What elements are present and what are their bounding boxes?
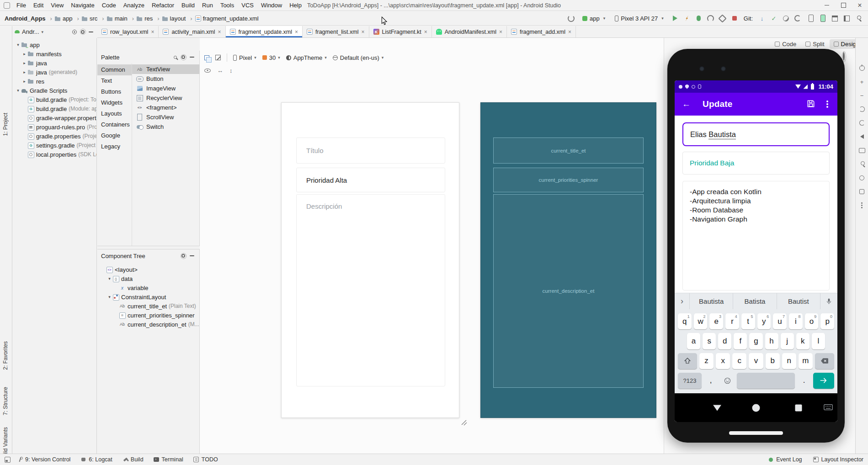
expand-chevron-icon[interactable]: ▾ — [107, 276, 112, 281]
palette-category[interactable]: Containers — [97, 119, 132, 130]
hide-panel-icon[interactable] — [190, 57, 194, 58]
expand-chevron-icon[interactable]: ▾ — [15, 42, 21, 47]
letter-key[interactable]: a — [687, 333, 700, 349]
comma-key[interactable]: , — [704, 373, 718, 389]
period-key[interactable]: . — [797, 373, 811, 389]
status-bar-button[interactable]: Terminal — [154, 456, 183, 463]
editor-mode-button[interactable]: Code — [771, 39, 800, 49]
letter-key[interactable]: 1 q — [678, 313, 692, 329]
enter-key[interactable] — [813, 373, 834, 389]
title-input[interactable]: Elias Bautista — [682, 122, 830, 146]
home-nav-icon[interactable] — [752, 404, 760, 412]
letter-key[interactable]: d — [718, 333, 731, 349]
project-tree-item[interactable]: settings.gradle (Project S... — [12, 141, 96, 150]
toolbar-tool-icon[interactable] — [806, 13, 816, 23]
suggestion-chip[interactable]: Bautista — [689, 293, 733, 309]
editor-tab[interactable]: fragment_update.xml — [226, 26, 303, 37]
letter-key[interactable]: z — [699, 353, 714, 369]
letter-key[interactable]: s — [703, 333, 716, 349]
palette-item[interactable]: Button — [132, 74, 199, 84]
palette-category[interactable]: Google — [97, 130, 132, 141]
priority-spinner[interactable]: Prioridad Baja — [682, 152, 830, 174]
project-tree-item[interactable]: ▾ Gradle Scripts — [12, 86, 96, 95]
minimize-button[interactable] — [819, 0, 835, 11]
toolbar-action-icon[interactable] — [682, 13, 692, 23]
letter-key[interactable]: f — [734, 333, 747, 349]
editor-tab[interactable]: row_layout.xml — [97, 26, 159, 37]
menu-item[interactable]: Edit — [30, 0, 47, 11]
horizontal-constraint-icon[interactable]: ↔ — [217, 67, 223, 74]
api-level-select[interactable]: 30 — [262, 54, 280, 61]
overflow-menu-icon[interactable] — [826, 103, 828, 105]
menu-item[interactable]: Build — [178, 0, 198, 11]
design-blueprint-toggle-icon[interactable] — [204, 55, 209, 60]
expand-chevron-icon[interactable]: ▾ — [15, 88, 21, 93]
letter-key[interactable]: 5 t — [741, 313, 755, 329]
gear-icon[interactable] — [81, 30, 85, 34]
emulator-settings-gear-icon[interactable] — [843, 53, 845, 60]
menu-item[interactable]: Navigate — [67, 0, 98, 11]
sync-project-icon[interactable] — [566, 13, 576, 23]
git-action-icon[interactable] — [757, 13, 767, 23]
expand-chevron-icon[interactable]: ▸ — [21, 61, 27, 65]
emulator-control-icon[interactable] — [858, 147, 866, 154]
backspace-key[interactable] — [815, 353, 834, 369]
emulator-control-icon[interactable] — [858, 106, 866, 113]
gear-icon[interactable] — [181, 254, 185, 258]
component-tree-item[interactable]: current_title_et (Plain Text) — [97, 301, 199, 311]
run-config-select[interactable]: app — [579, 14, 608, 23]
save-icon[interactable] — [806, 99, 815, 110]
menu-item[interactable]: View — [47, 0, 67, 11]
theme-select[interactable]: AppTheme — [286, 54, 327, 61]
letter-key[interactable]: 9 o — [805, 313, 819, 329]
letter-key[interactable]: k — [796, 333, 809, 349]
priority-spinner-widget[interactable]: Prioridad Alta — [296, 168, 445, 192]
letter-key[interactable]: 6 y — [757, 313, 771, 329]
device-select[interactable]: Pixel 3 API 27 — [612, 14, 666, 23]
description-edittext-widget[interactable]: Descripción — [296, 194, 445, 386]
breadcrumb-item[interactable]: fragment_update.xml — [195, 15, 259, 22]
search-icon[interactable] — [174, 56, 177, 59]
letter-key[interactable]: g — [749, 333, 762, 349]
close-icon[interactable] — [362, 29, 365, 35]
space-key[interactable] — [737, 373, 795, 389]
emulator-control-icon[interactable] — [858, 64, 866, 72]
blueprint-description-box[interactable]: current_description_et — [493, 194, 644, 388]
component-tree-item[interactable]: variable — [97, 283, 199, 292]
component-tree-item[interactable]: ▾ data — [97, 274, 199, 283]
close-icon[interactable] — [568, 29, 571, 35]
breadcrumb-item[interactable]: app — [55, 15, 82, 22]
description-input[interactable]: -App creada con Kotlin-Arquitectura limp… — [682, 181, 830, 291]
menu-item[interactable]: Code — [98, 0, 120, 11]
close-icon[interactable] — [295, 29, 298, 35]
palette-category[interactable]: Common — [97, 64, 132, 75]
emulator-control-icon[interactable] — [858, 133, 866, 140]
close-icon[interactable] — [218, 29, 221, 35]
letter-key[interactable]: 2 w — [694, 313, 708, 329]
project-tree-item[interactable]: ▸ manifests — [12, 49, 96, 58]
component-tree-item[interactable]: current_description_et (M... — [97, 320, 199, 329]
breadcrumb-item[interactable]: main — [107, 15, 137, 22]
menu-item[interactable]: Analyze — [120, 0, 148, 11]
status-bar-button[interactable]: Layout Inspector — [813, 456, 863, 463]
hide-panel-icon[interactable] — [190, 255, 194, 256]
blueprint-title-box[interactable]: current_title_et — [493, 137, 644, 164]
close-icon[interactable] — [151, 29, 154, 35]
view-options-icon[interactable] — [204, 69, 211, 73]
menu-item[interactable]: Tools — [217, 0, 238, 11]
letter-key[interactable]: n — [782, 353, 796, 369]
git-action-icon[interactable] — [781, 13, 791, 23]
palette-category[interactable]: Text — [97, 75, 132, 86]
toolbar-action-icon[interactable] — [706, 13, 716, 23]
expand-chevron-icon[interactable]: ▸ — [21, 52, 27, 56]
maximize-button[interactable] — [835, 0, 852, 11]
emulator-control-icon[interactable] — [858, 188, 866, 195]
toolbar-tool-icon[interactable] — [841, 13, 852, 23]
project-tree-item[interactable]: ▾ app — [12, 40, 96, 49]
toolbar-action-icon[interactable] — [730, 13, 740, 23]
back-nav-icon[interactable] — [713, 405, 721, 411]
project-tree-item[interactable]: local.properties (SDK Loc... — [12, 150, 96, 159]
keyboard-switch-icon[interactable] — [824, 404, 833, 412]
status-bar-button[interactable]: Event Log — [768, 456, 802, 463]
component-tree-item[interactable]: current_priorities_spinner — [97, 311, 199, 320]
